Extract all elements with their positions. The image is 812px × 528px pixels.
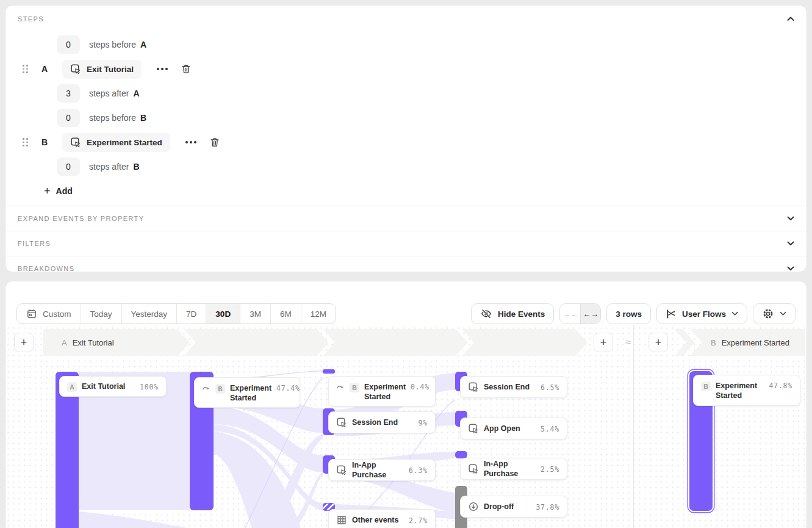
flow-bar-experiment-started-small[interactable] <box>323 369 335 374</box>
flow-header-segment-3[interactable] <box>323 329 468 356</box>
add-column-right-button[interactable]: + <box>594 333 613 352</box>
steps-after-a-label: steps after <box>89 89 129 98</box>
add-step-button[interactable]: + Add <box>5 179 807 203</box>
section-expand-events-by-property[interactable]: EXPAND EVENTS BY PROPERTY <box>5 206 807 231</box>
date-range-today[interactable]: Today <box>81 304 121 324</box>
eye-off-icon <box>480 308 492 320</box>
event-click-icon <box>336 417 347 428</box>
date-range-control: Custom Today Yesterday 7D 30D 3M 6M 12M <box>16 303 336 324</box>
flow-node-app-open[interactable]: App Open 5.4% <box>460 418 567 439</box>
flow-node-in-app-purchase-25[interactable]: In-App Purchase 2.5% <box>460 458 567 480</box>
toolbar-right: Hide Events →← ←→ 3 rows User Flows <box>471 303 796 324</box>
step-a-event-button[interactable]: Exit Tutorial <box>62 60 142 79</box>
flow-header-step-a[interactable]: A Exit Tutorial <box>43 329 190 356</box>
date-range-custom[interactable]: Custom <box>17 304 81 324</box>
flow-header-segment-2[interactable] <box>184 329 329 356</box>
gear-icon <box>762 308 774 320</box>
step-a-delete-button[interactable] <box>181 63 192 74</box>
flow-node-experiment-started-04[interactable]: B Experiment Started 0.4% <box>328 376 436 407</box>
steps-before-b-input[interactable] <box>57 109 80 127</box>
plus-icon: + <box>600 336 607 349</box>
steps-before-a-letter: A <box>140 40 146 49</box>
drag-handle-icon[interactable] <box>23 65 29 73</box>
chart-panel: Custom Today Yesterday 7D 30D 3M 6M 12M … <box>5 281 807 528</box>
flow-header-segment-4[interactable] <box>462 329 587 356</box>
steps-after-b-input[interactable] <box>57 157 80 176</box>
steps-before-a-input[interactable] <box>57 35 80 54</box>
section-breakdowns[interactable]: BREAKDOWNS <box>5 256 807 272</box>
add-column-left-button[interactable]: + <box>14 333 34 352</box>
step-a-letter: A <box>41 64 50 74</box>
flow-node-experiment-started-47[interactable]: B Experiment Started 47.4% <box>194 377 300 408</box>
flow-node-session-end-9[interactable]: Session End 9% <box>328 411 436 433</box>
trash-icon <box>182 65 190 73</box>
node-name: Drop-off <box>484 502 514 512</box>
flow-node-session-end-65[interactable]: Session End 6.5% <box>460 376 567 398</box>
step-letter: A <box>62 338 67 347</box>
step-badge: A <box>67 382 77 392</box>
node-percent: 6.3% <box>409 466 428 475</box>
node-name: Experiment Started <box>230 383 271 403</box>
flow-header-chevron <box>674 329 695 356</box>
collapsed-sections: EXPAND EVENTS BY PROPERTY FILTERS BREAKD… <box>5 206 807 272</box>
steps-title: STEPS <box>18 15 44 23</box>
flow-header-step-a-text: A Exit Tutorial <box>43 338 114 347</box>
flow-node-in-app-purchase-63[interactable]: In-App Purchase 6.3% <box>328 459 436 481</box>
step-a-more-menu-button[interactable] <box>154 65 170 73</box>
flow-node-drop-off[interactable]: Drop-off 37.8% <box>460 496 567 518</box>
step-b-event-button[interactable]: Experiment Started <box>62 133 170 152</box>
step-label: Exit Tutorial <box>73 338 114 347</box>
node-name: In-App Purchase <box>352 460 404 480</box>
steps-after-a-letter: A <box>133 89 139 98</box>
plus-icon: + <box>21 336 27 349</box>
add-column-b-button[interactable]: + <box>649 333 668 352</box>
step-b-more-menu-button[interactable] <box>183 139 199 146</box>
event-click-icon <box>468 423 479 434</box>
drag-handle-icon[interactable] <box>23 138 29 146</box>
chevron-down-icon <box>731 311 738 316</box>
date-range-12m[interactable]: 12M <box>301 304 336 324</box>
flow-continue-icon <box>202 385 210 391</box>
chevron-down-icon <box>787 266 794 271</box>
node-percent: 47.8% <box>769 382 792 390</box>
node-percent: 100% <box>140 383 159 391</box>
expand-columns-button[interactable]: ←→ <box>580 304 600 324</box>
settings-button[interactable] <box>753 303 796 324</box>
flow-node-experiment-started-478[interactable]: B Experiment Started 47.8% <box>693 375 800 406</box>
step-badge: B <box>701 382 711 391</box>
steps-before-b-letter: B <box>140 113 146 123</box>
flow-node-exit-tutorial[interactable]: A Exit Tutorial 100% <box>59 376 167 397</box>
flow-continue-icon <box>336 384 345 390</box>
event-click-icon <box>468 463 479 474</box>
section-filters[interactable]: FILTERS <box>5 231 807 256</box>
view-selector-button[interactable]: User Flows <box>656 303 747 324</box>
step-badge: B <box>350 383 359 392</box>
node-name: Session End <box>484 382 530 392</box>
step-letter: B <box>711 338 716 347</box>
column-width-toggle: →← ←→ <box>559 303 601 324</box>
step-b-letter: B <box>41 137 50 147</box>
hide-events-button[interactable]: Hide Events <box>471 303 554 324</box>
flow-node-other-events[interactable]: Other events 2.7% <box>328 509 436 528</box>
step-b-delete-button[interactable] <box>209 137 220 148</box>
add-step-label: Add <box>56 186 73 196</box>
chevron-down-icon <box>787 241 794 246</box>
node-name: Experiment Started <box>364 382 406 402</box>
plus-icon: + <box>655 336 662 349</box>
date-range-yesterday[interactable]: Yesterday <box>121 304 177 324</box>
date-range-7d[interactable]: 7D <box>176 304 206 324</box>
steps-before-a-label: steps before <box>89 40 136 49</box>
chevron-up-icon <box>788 18 794 21</box>
flow-header-step-b[interactable]: B Experiment Started <box>690 329 805 356</box>
section-label: FILTERS <box>18 240 51 247</box>
node-name: Experiment Started <box>716 381 763 401</box>
collapse-steps-button[interactable] <box>787 16 794 21</box>
calendar-icon <box>26 308 37 319</box>
date-range-3m[interactable]: 3M <box>240 304 270 324</box>
steps-after-a-input[interactable] <box>57 84 80 103</box>
date-range-30d-selected[interactable]: 30D <box>206 304 240 324</box>
collapse-columns-button[interactable]: →← <box>560 304 580 324</box>
section-label: EXPAND EVENTS BY PROPERTY <box>18 215 144 222</box>
date-range-6m[interactable]: 6M <box>270 304 301 324</box>
rows-count-button[interactable]: 3 rows <box>606 303 651 324</box>
